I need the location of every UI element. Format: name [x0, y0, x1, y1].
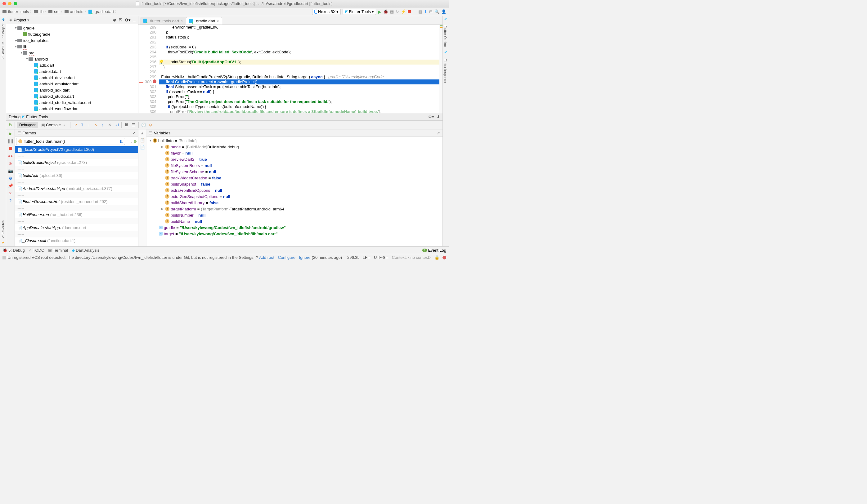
code-line[interactable] — [159, 55, 442, 60]
line-number[interactable]: 305 — [144, 104, 157, 109]
variable-row[interactable]: ffileSystemRoots=null — [147, 162, 442, 169]
restore-layout-icon[interactable]: ↗ — [437, 131, 440, 135]
memory-indicator[interactable] — [442, 256, 446, 259]
chevron-down-icon[interactable]: ▾ — [27, 18, 30, 22]
tree-item[interactable]: ▼src — [6, 50, 138, 56]
variable-row[interactable]: ffileSystemScheme=null — [147, 169, 442, 175]
variable-row[interactable]: fbuildSharedLibrary=false — [147, 200, 442, 206]
tree-arrow-icon[interactable]: ▼ — [14, 26, 18, 30]
code-line[interactable]: } — [159, 65, 442, 69]
line-number[interactable]: 294 — [144, 50, 157, 55]
editor-body[interactable]: — 289290291292293294295296297298299300 3… — [138, 25, 442, 113]
line-number[interactable]: 293 — [144, 45, 157, 50]
flutter-inspector-tab[interactable]: Flutter Inspector — [443, 56, 448, 86]
avd-manager-icon[interactable]: ▥ — [418, 9, 422, 14]
run-config-selector[interactable]: ◤ Flutter Tools ▾ — [343, 9, 376, 15]
console-tab[interactable]: ▣ Console → — [39, 122, 68, 128]
sdk-manager-icon[interactable]: ⬇ — [424, 9, 427, 14]
tree-item[interactable]: android_studio.dart — [6, 93, 138, 99]
close-tab-icon[interactable]: × — [181, 19, 182, 23]
debugger-tab[interactable]: Debugger — [17, 122, 38, 128]
tree-item[interactable]: android_studio_validator.dart — [6, 99, 138, 106]
code-line[interactable] — [159, 69, 442, 75]
mute-breakpoints-icon[interactable]: ⊘ — [147, 122, 153, 128]
debug-button[interactable]: 🐞 — [383, 9, 388, 14]
force-step-into-icon[interactable]: ↘ — [93, 122, 99, 128]
structure-tab[interactable]: 7: Structure — [1, 40, 6, 61]
stack-frame[interactable]: 📄_Closure.call (function.dart:1) — [15, 237, 138, 244]
help-icon[interactable]: ? — [8, 198, 13, 203]
variable-row[interactable]: fbuildSnapshot=false — [147, 181, 442, 187]
drop-frame-icon[interactable]: ✕ — [106, 122, 113, 128]
evaluate-expression-icon[interactable]: 🖩 — [124, 122, 130, 128]
line-number[interactable]: 301 — [144, 84, 157, 89]
code-line[interactable]: 💡 printStatus('Built $gradleAppOutV1.'); — [159, 60, 442, 65]
editor-tab[interactable]: flutter_tools.dart× — [140, 17, 186, 24]
variables-tree[interactable]: ▼☰buildInfo={BuildInfo}▶fmode={BuildMode… — [147, 137, 442, 246]
clock-icon[interactable]: 🕐 — [141, 122, 147, 128]
project-tree[interactable]: ▼gradleflutter.gradle▶ide_templates▼lib▼… — [6, 24, 138, 113]
breadcrumb-item[interactable]: gradle.dart — [88, 9, 114, 14]
avatar-icon[interactable]: 👤 — [441, 9, 446, 14]
thread-selector[interactable]: flutter_tools.dart:main() ⇅ — [16, 138, 125, 145]
variable-row[interactable]: ≡target="/Users/kylewong/Codes/fwn_idlef… — [147, 230, 442, 237]
variable-row[interactable]: fpreviewDart2=true — [147, 156, 442, 162]
search-icon[interactable]: 🔍 — [435, 9, 439, 14]
add-icon[interactable]: ⊕ — [133, 139, 137, 144]
line-number[interactable]: 291 — [144, 35, 157, 40]
warning-marker[interactable] — [440, 27, 442, 28]
collapse-all-icon[interactable]: ⇱ — [119, 18, 122, 22]
tree-item[interactable]: ▼gradle — [6, 25, 138, 31]
tree-item[interactable]: ▼android — [6, 56, 138, 62]
settings-icon[interactable]: ⚙▾ — [428, 115, 434, 119]
code-line[interactable]: if (!project.buildTypes.contains(buildIn… — [159, 104, 442, 109]
line-separator[interactable]: LF≑ — [363, 255, 371, 260]
breadcrumb-item[interactable]: android — [65, 9, 84, 14]
download-icon[interactable]: ⬇ — [437, 115, 440, 119]
frames-list[interactable]: 📄_buildGradleProjectV2 (gradle.dart:300)… — [15, 146, 138, 246]
code-line[interactable]: final GradleProject project = await _gra… — [159, 79, 442, 84]
tree-item[interactable]: flutter.gradle — [6, 31, 138, 37]
warning-marker[interactable] — [440, 25, 442, 26]
code-line[interactable]: printError('The Gradle project does not … — [159, 99, 442, 104]
rerun-button[interactable]: ↻ — [9, 122, 13, 128]
view-breakpoints-icon[interactable]: ●● — [8, 153, 13, 159]
tree-item[interactable]: adb.dart — [6, 62, 138, 68]
line-number[interactable]: 295 — [144, 55, 157, 60]
breadcrumb-item[interactable]: src — [49, 9, 59, 14]
tree-arrow-icon[interactable]: ▼ — [20, 51, 23, 54]
prev-frame-icon[interactable]: ↑ — [127, 139, 129, 144]
context-selector[interactable]: Context: <no context> — [392, 255, 431, 260]
settings-icon[interactable]: ⚙▾ — [125, 18, 131, 22]
breadcrumb-item[interactable]: lib — [34, 9, 43, 14]
variable-row[interactable]: fflavor=null — [147, 150, 442, 156]
device-selector[interactable]: Nexus 5X ▾ — [312, 9, 341, 15]
run-button[interactable]: ▶ — [378, 9, 381, 14]
line-number[interactable]: 306 — [144, 109, 157, 113]
line-number[interactable]: 300 — [144, 79, 157, 84]
copy-icon[interactable]: 📋 — [140, 138, 145, 142]
layout-inspector-icon[interactable]: ⊞ — [429, 9, 432, 14]
variable-row[interactable]: fextraFrontEndOptions=null — [147, 187, 442, 193]
line-number[interactable]: 303 — [144, 94, 157, 99]
line-number[interactable]: 304 — [144, 99, 157, 104]
ignore-link[interactable]: Ignore — [299, 255, 311, 260]
restore-layout-icon[interactable]: ↗ — [132, 131, 136, 135]
variable-row[interactable]: ▶ftargetPlatform={TargetPlatform} Target… — [147, 206, 442, 212]
add-root-link[interactable]: Add root — [259, 255, 274, 260]
tree-arrow-icon[interactable]: ▼ — [25, 57, 29, 61]
code-line[interactable]: printError(''); — [159, 94, 442, 99]
flutter-logo-icon[interactable] — [444, 51, 448, 55]
show-execution-point-icon[interactable]: ↗ — [72, 122, 78, 128]
code-line[interactable]: Future<Null> _buildGradleProjectV2(Strin… — [159, 75, 442, 79]
code-line[interactable] — [159, 40, 442, 45]
breadcrumb-item[interactable]: flutter_tools — [2, 9, 29, 14]
settings-icon[interactable]: ⚙ — [8, 175, 13, 181]
line-number[interactable]: 298 — [144, 69, 157, 75]
pause-button[interactable]: ❚❚ — [8, 138, 13, 144]
tree-arrow-icon[interactable]: ▶ — [14, 39, 18, 42]
line-number[interactable]: 297 — [144, 65, 157, 69]
coverage-button[interactable]: ▦ — [390, 9, 394, 14]
pin-icon[interactable]: 📌 — [8, 183, 13, 189]
step-over-icon[interactable]: ⤵ — [79, 122, 85, 128]
